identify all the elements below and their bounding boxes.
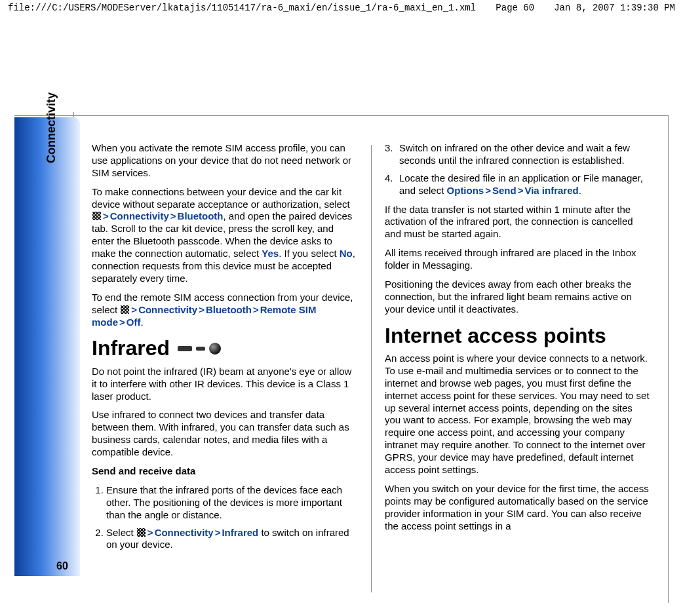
paragraph: Positioning the devices away from each o… bbox=[385, 279, 651, 316]
menu-path-item: Bluetooth bbox=[178, 210, 224, 221]
paragraph: An access point is where your device con… bbox=[385, 353, 651, 476]
page-indicator: Page 60 bbox=[496, 3, 534, 18]
menu-path-item: Connectivity bbox=[155, 527, 214, 538]
subheading: Send and receive data bbox=[92, 465, 358, 478]
side-tab: Connectivity 60 bbox=[14, 117, 80, 576]
menu-path-item: No bbox=[340, 248, 353, 259]
paragraph: To end the remote SIM access connection … bbox=[92, 292, 358, 329]
chevron-icon: > bbox=[130, 304, 138, 315]
chevron-icon: > bbox=[197, 304, 206, 315]
paragraph: When you switch on your device for the f… bbox=[385, 483, 651, 533]
column-left: When you activate the remote SIM access … bbox=[92, 142, 358, 598]
paragraph: Do not point the infrared (IR) beam at a… bbox=[92, 366, 358, 403]
chevron-icon: > bbox=[169, 210, 178, 221]
paragraph: If the data transfer is not started with… bbox=[385, 204, 651, 241]
list-item: Ensure that the infrared ports of the de… bbox=[106, 484, 358, 522]
menu-path-item: Yes bbox=[262, 248, 279, 259]
column-right: Switch on infrared on the other device a… bbox=[385, 142, 651, 598]
chevron-icon: > bbox=[517, 185, 525, 196]
ordered-list-continued: Switch on infrared on the other device a… bbox=[385, 142, 651, 197]
menu-path-item: Send bbox=[492, 185, 517, 196]
menu-path-item: Connectivity bbox=[138, 304, 197, 315]
heading-internet-access-points: Internet access points bbox=[385, 322, 651, 349]
menu-path-item: Via infrared bbox=[524, 185, 578, 196]
chevron-icon: > bbox=[102, 210, 110, 221]
paragraph: All items received through infrared are … bbox=[385, 247, 651, 272]
section-label: Connectivity bbox=[45, 92, 58, 163]
chevron-icon: > bbox=[252, 304, 260, 315]
paragraph: To make connections between your device … bbox=[92, 186, 358, 285]
menu-path-item: Options bbox=[447, 185, 484, 196]
ordered-list: Ensure that the infrared ports of the de… bbox=[92, 484, 358, 551]
menu-path-item: Off bbox=[127, 317, 141, 328]
paragraph: Use infrared to connect two devices and … bbox=[92, 409, 358, 459]
menu-icon bbox=[137, 528, 146, 537]
list-item: Select >Connectivity>Infrared to switch … bbox=[106, 527, 358, 552]
menu-path-item: Connectivity bbox=[110, 210, 169, 221]
list-item: Switch on infrared on the other device a… bbox=[399, 142, 651, 167]
menu-path-item: Infrared bbox=[222, 527, 258, 538]
file-path: file:///C:/USERS/MODEServer/lkatajis/110… bbox=[8, 3, 476, 18]
paragraph: When you activate the remote SIM access … bbox=[92, 142, 358, 180]
chevron-icon: > bbox=[146, 527, 155, 538]
chevron-icon: > bbox=[118, 317, 127, 328]
menu-path-item: Bluetooth bbox=[206, 304, 252, 315]
heading-infrared: Infrared bbox=[92, 335, 358, 361]
column-divider bbox=[371, 145, 372, 592]
print-header: file:///C:/USERS/MODEServer/lkatajis/110… bbox=[0, 0, 683, 18]
chevron-icon: > bbox=[484, 185, 492, 196]
menu-icon bbox=[92, 212, 101, 220]
chevron-icon: > bbox=[214, 527, 222, 538]
menu-icon bbox=[121, 305, 129, 314]
print-timestamp: Jan 8, 2007 1:39:30 PM bbox=[554, 3, 675, 18]
page-number: 60 bbox=[56, 560, 68, 572]
infrared-icon bbox=[178, 343, 221, 355]
list-item: Locate the desired file in an applicatio… bbox=[399, 172, 651, 197]
page-frame: Connectivity 60 When you activate the re… bbox=[14, 115, 669, 603]
